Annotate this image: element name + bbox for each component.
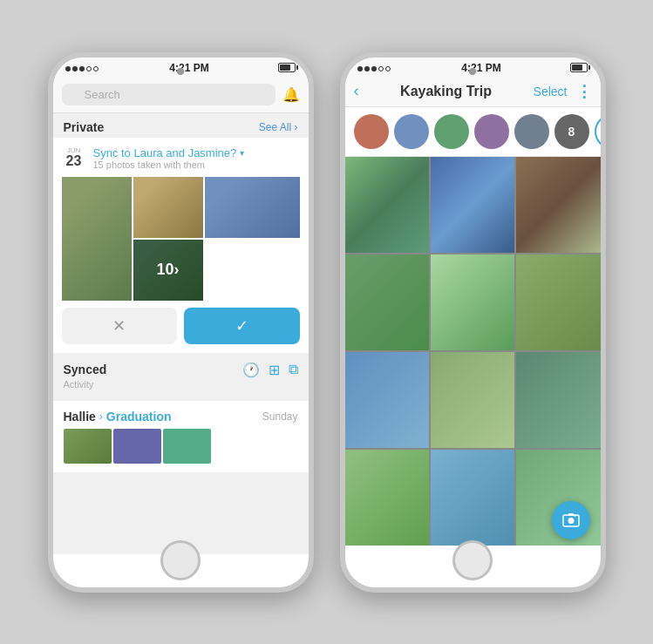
battery-icon-left [278,63,296,72]
select-button[interactable]: Select [534,85,568,98]
status-time-left: 4:21 PM [169,62,208,74]
status-bar-right: 4:21 PM [345,58,601,77]
sync-card: JUN 23 Sync to Laura and Jasmine? ▾ 15 p… [53,138,309,353]
album-thumb-3 [163,429,211,464]
more-button[interactable]: ⋮ [576,82,592,101]
sync-subtitle: 15 photos taken with them [93,159,300,170]
album-info: Hallie › Graduation Sunday [64,410,298,464]
svg-rect-3 [574,515,576,517]
clock-icon[interactable]: 🕐 [242,362,260,378]
search-placeholder: Search [85,88,120,101]
photo-cell-6[interactable] [516,254,600,350]
album-from: Hallie [64,410,96,424]
avatar-2[interactable] [394,114,429,149]
bell-icon[interactable]: 🔔 [282,86,300,103]
search-input[interactable]: Search [62,84,275,105]
search-bar-area: 🔍 Search 🔔 [53,77,309,113]
avatar-3[interactable] [434,114,469,149]
sync-date-box: JUN 23 [62,146,86,168]
svg-point-1 [568,518,574,524]
album-thumbs [64,429,298,464]
private-title: Private [64,120,105,134]
photo-cell-2[interactable] [431,157,514,253]
signal-dots [65,63,100,73]
sync-photo-3 [205,177,300,238]
avatar-5[interactable] [514,114,549,149]
album-thumb-1 [64,429,112,464]
signal-dots-right [357,63,392,73]
search-input-wrap[interactable]: 🔍 Search [62,84,275,105]
sync-dropdown-icon[interactable]: ▾ [240,148,244,158]
dismiss-button[interactable]: ✕ [62,308,178,344]
synced-controls: 🕐 ⊞ ⧉ [242,362,298,378]
photo-cell-7[interactable] [345,352,429,448]
screen-right: ‹ Kayaking Trip Select ⋮ 8 + [345,77,601,554]
sync-title: Sync to Laura and Jasmine? [93,146,237,159]
phone-left: 4:21 PM 🔍 Search 🔔 [48,52,314,593]
synced-subtitle: Activity [64,379,298,390]
phone-right: 4:21 PM ‹ Kayaking Trip Select ⋮ [340,52,606,593]
photo-mosaic [345,157,601,546]
photo-cell-11[interactable] [431,450,514,546]
photo-cell-4[interactable] [345,254,429,350]
sync-day: 23 [66,154,82,168]
nav-title: Kayaking Trip [400,84,492,99]
avatar-4[interactable] [474,114,509,149]
add-photo-fab[interactable] [552,501,590,539]
photo-cell-5[interactable] [431,254,514,350]
album-name: Graduation [106,410,172,424]
sync-photo-4: 10› [133,240,203,301]
status-right-left [278,63,296,72]
grid-icon[interactable]: ⊞ [269,362,280,378]
photo-cell-3[interactable] [516,157,600,253]
sync-photo-grid: 10› [62,177,300,301]
photo-cell-9[interactable] [516,352,600,448]
nav-bar-right: ‹ Kayaking Trip Select ⋮ [345,77,601,107]
sync-card-header: JUN 23 Sync to Laura and Jasmine? ▾ 15 p… [62,146,300,170]
status-bar-left: 4:21 PM [53,58,309,77]
photo-cell-1[interactable] [345,157,429,253]
back-button[interactable]: ‹ [354,82,359,100]
avatar-count[interactable]: 8 [554,114,589,149]
avatar-1[interactable] [354,114,389,149]
accept-button[interactable]: ✓ [184,308,300,344]
sync-info: Sync to Laura and Jasmine? ▾ 15 photos t… [93,146,300,170]
status-right-right [570,63,588,72]
photo-cell-8[interactable] [431,352,514,448]
album-title-row: Hallie › Graduation Sunday [64,410,298,424]
album-arrow-icon: › [99,410,103,423]
copy-icon[interactable]: ⧉ [289,362,298,378]
album-thumb-2 [113,429,161,464]
battery-icon-right [570,63,588,72]
synced-section: Synced 🕐 ⊞ ⧉ Activity [53,353,309,395]
svg-rect-2 [568,513,574,516]
sync-actions: ✕ ✓ [62,308,300,344]
private-section-header: Private See All › [53,113,309,138]
status-time-right: 4:21 PM [461,62,500,74]
album-row[interactable]: Hallie › Graduation Sunday [53,400,309,472]
synced-title: Synced [64,363,107,376]
photo-count: 10› [133,240,203,301]
nav-right: Select ⋮ [534,82,592,101]
sync-photo-1 [62,177,132,301]
see-all-button[interactable]: See All › [259,121,298,133]
photo-cell-10[interactable] [345,450,429,546]
screen-left: 🔍 Search 🔔 Private See All › [53,77,309,554]
avatars-row: 8 + [345,107,601,157]
synced-header: Synced 🕐 ⊞ ⧉ [64,362,298,378]
sync-photo-2 [133,177,203,238]
album-date: Sunday [262,410,298,423]
avatar-add-button[interactable]: + [595,114,601,149]
